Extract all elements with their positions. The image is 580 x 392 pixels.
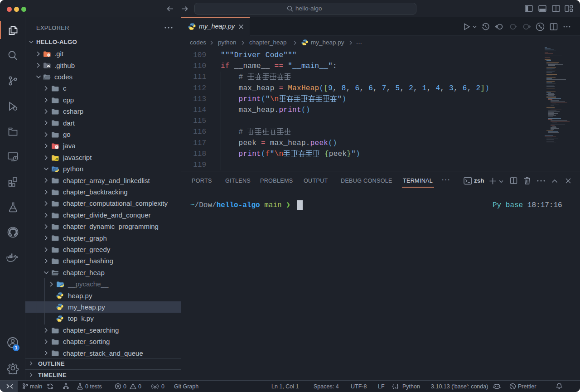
svg-text:JS: JS [55,158,58,160]
